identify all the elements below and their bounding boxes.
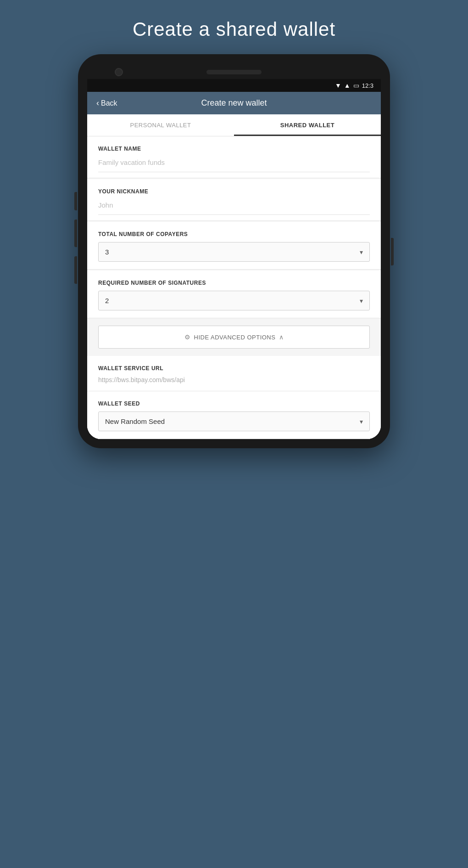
copayers-dropdown-arrow-icon: ▾	[360, 248, 363, 256]
tab-personal-wallet[interactable]: PERSONAL WALLET	[87, 114, 234, 136]
app-header: ‹ Back Create new wallet	[87, 92, 381, 114]
signatures-dropdown[interactable]: 2 ▾	[98, 291, 370, 310]
copayers-section: TOTAL NUMBER OF COPAYERS 3 ▾	[87, 222, 381, 270]
wallet-service-url-section: WALLET SERVICE URL https://bws.bitpay.co…	[87, 356, 381, 391]
wifi-icon: ▼	[335, 82, 341, 89]
signal-icon: ▲	[344, 82, 351, 89]
gear-icon: ⚙	[184, 333, 190, 341]
volume-down-button[interactable]	[74, 220, 77, 247]
wallet-seed-label: WALLET SEED	[98, 400, 370, 407]
battery-icon: ▭	[353, 82, 359, 89]
wallet-name-input[interactable]	[98, 157, 370, 172]
signatures-label: REQUIRED NUMBER OF SIGNATURES	[98, 280, 370, 286]
time-display: 12:3	[362, 82, 373, 89]
app-screen: ▼ ▲ ▭ 12:3 ‹ Back Create new wallet PERS…	[87, 79, 381, 439]
signatures-section: REQUIRED NUMBER OF SIGNATURES 2 ▾	[87, 271, 381, 318]
nickname-label: YOUR NICKNAME	[98, 188, 370, 195]
hide-advanced-options-button[interactable]: ⚙ HIDE ADVANCED OPTIONS ∧	[98, 326, 370, 349]
wallet-service-url-label: WALLET SERVICE URL	[98, 365, 370, 372]
wallet-service-url-value: https://bws.bitpay.com/bws/api	[98, 376, 370, 383]
wallet-seed-dropdown[interactable]: New Random Seed ▾	[98, 411, 370, 431]
wallet-seed-value: New Random Seed	[105, 417, 360, 425]
nickname-section: YOUR NICKNAME	[87, 179, 381, 221]
copayers-dropdown[interactable]: 3 ▾	[98, 242, 370, 262]
power-button[interactable]	[391, 238, 394, 265]
tabs-container: PERSONAL WALLET SHARED WALLET	[87, 114, 381, 136]
tab-shared-wallet[interactable]: SHARED WALLET	[234, 114, 381, 136]
back-chevron-icon: ‹	[96, 98, 99, 108]
status-bar: ▼ ▲ ▭ 12:3	[87, 79, 381, 92]
wallet-seed-dropdown-arrow-icon: ▾	[360, 418, 363, 425]
phone-frame: ▼ ▲ ▭ 12:3 ‹ Back Create new wallet PERS…	[78, 54, 390, 448]
signatures-value: 2	[105, 297, 360, 304]
wallet-name-label: WALLET NAME	[98, 146, 370, 152]
signatures-dropdown-arrow-icon: ▾	[360, 297, 363, 304]
header-title: Create new wallet	[201, 98, 267, 108]
phone-top	[87, 63, 381, 79]
form-content: WALLET NAME YOUR NICKNAME TOTAL NUMBER O…	[87, 136, 381, 439]
copayers-label: TOTAL NUMBER OF COPAYERS	[98, 231, 370, 237]
back-button[interactable]: ‹ Back	[96, 98, 117, 108]
earpiece-speaker	[206, 70, 262, 74]
wallet-seed-section: WALLET SEED New Random Seed ▾	[87, 391, 381, 439]
status-icons: ▼ ▲ ▭ 12:3	[335, 82, 373, 89]
advanced-options-label: HIDE ADVANCED OPTIONS	[194, 334, 276, 341]
camera-button[interactable]	[74, 256, 77, 284]
back-label[interactable]: Back	[101, 99, 117, 107]
wallet-name-section: WALLET NAME	[87, 136, 381, 178]
volume-up-button[interactable]	[74, 192, 77, 210]
front-camera	[115, 68, 123, 76]
chevron-up-icon: ∧	[279, 333, 284, 341]
nickname-input[interactable]	[98, 199, 370, 215]
copayers-value: 3	[105, 248, 360, 256]
page-title: Create a shared wallet	[133, 18, 335, 40]
